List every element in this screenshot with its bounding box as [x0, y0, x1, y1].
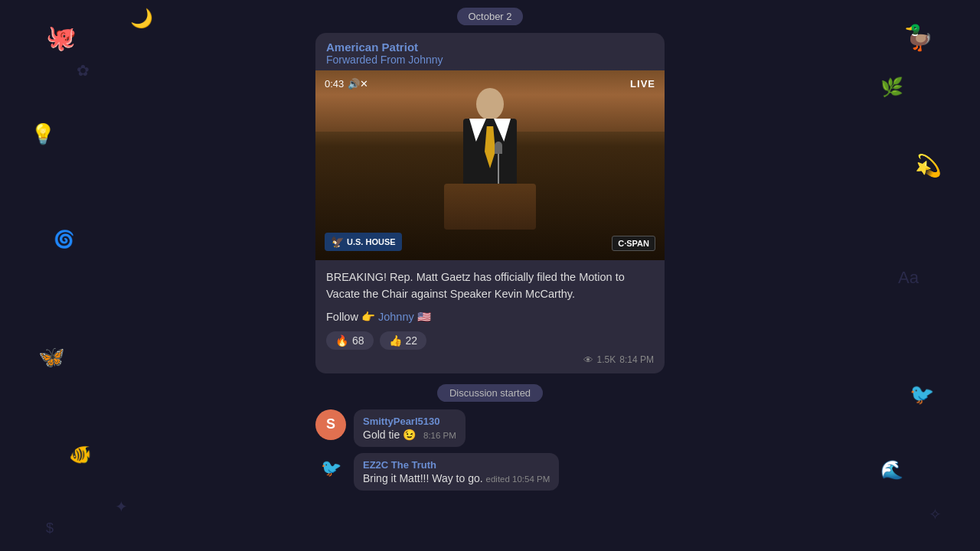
message-card: American Patriot Forwarded From Johnny [315, 33, 665, 373]
comment-bubble-2: EZ2C The Truth Bring it Matt!!! Way to g… [354, 453, 559, 491]
live-badge: LIVE [630, 78, 655, 90]
message-time: 8:14 PM [619, 354, 654, 365]
reactions-row: 🔥 68 👍 22 [326, 331, 654, 350]
follow-text: Follow 👉 [326, 311, 375, 323]
comment-row-2: 🐦 EZ2C The Truth Bring it Matt!!! Way to… [315, 453, 665, 491]
comment-username-1[interactable]: SmittyPearl5130 [363, 416, 456, 427]
chamber-desk [444, 184, 536, 230]
timer-label: 0:43 [325, 78, 344, 90]
comment-bubble-1: SmittyPearl5130 Gold tie 😉 8:16 PM [354, 409, 466, 447]
fire-emoji: 🔥 [335, 334, 348, 347]
comment-username-2[interactable]: EZ2C The Truth [363, 459, 550, 471]
cspan-badge: C·SPAN [612, 236, 655, 251]
fire-count: 68 [352, 334, 364, 347]
message-body: BREAKING! Rep. Matt Gaetz has officially… [315, 260, 665, 373]
meta-info: 👁 1.5K 8:14 PM [326, 354, 654, 366]
avatar-ez2c: 🐦 [315, 453, 346, 484]
forwarded-text: Forwarded From Johnny [326, 54, 654, 66]
message-header: American Patriot Forwarded From Johnny [315, 33, 665, 70]
discussion-badge: Discussion started [437, 384, 543, 402]
us-house-badge: 🦅 U.S. HOUSE [325, 233, 402, 251]
chat-container: October 2 American Patriot Forwarded Fro… [306, 0, 674, 551]
eagle-icon: 🦅 [331, 236, 344, 248]
mic-stand [498, 142, 499, 187]
comment-edited-2: edited 10:54 PM [486, 474, 550, 484]
avatar-smitty: S [315, 409, 346, 440]
date-label: October 2 [468, 11, 511, 22]
video-timer: 0:43 🔊✕ [325, 78, 368, 90]
comment-time-1: 8:16 PM [423, 431, 456, 440]
avatar-emoji: 🐦 [321, 458, 341, 478]
follow-line: Follow 👉 Johnny 🇺🇸 [326, 311, 654, 324]
eye-icon: 👁 [583, 354, 593, 366]
speaker-icon: 🔊✕ [348, 78, 368, 90]
breaking-text: BREAKING! Rep. Matt Gaetz has officially… [326, 269, 654, 303]
comments-section: S SmittyPearl5130 Gold tie 😉 8:16 PM 🐦 E… [315, 409, 665, 491]
views-count: 1.5K [597, 354, 616, 365]
thumbsup-emoji: 👍 [389, 334, 402, 347]
reaction-thumbsup[interactable]: 👍 22 [380, 331, 427, 350]
avatar-letter: S [326, 416, 335, 432]
comment-text-2: Bring it Matt!!! Way to go. edited 10:54… [363, 472, 550, 484]
video-thumbnail[interactable]: 0:43 🔊✕ LIVE 🦅 U.S. HOUSE C·SPAN [315, 70, 665, 260]
reaction-fire[interactable]: 🔥 68 [326, 331, 374, 350]
sender-name: American Patriot [326, 41, 654, 54]
comment-row: S SmittyPearl5130 Gold tie 😉 8:16 PM [315, 409, 665, 447]
comment-text-1: Gold tie 😉 8:16 PM [363, 429, 456, 441]
thumbsup-count: 22 [406, 334, 418, 347]
video-figure [463, 88, 517, 187]
date-badge: October 2 [457, 8, 522, 25]
johnny-link[interactable]: Johnny 🇺🇸 [378, 311, 431, 323]
us-house-label: U.S. HOUSE [347, 237, 396, 246]
